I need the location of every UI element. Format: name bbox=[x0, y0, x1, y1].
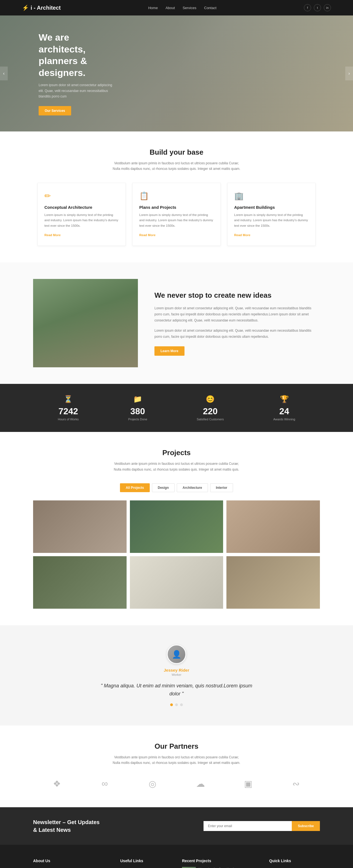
hero-title: We are architects, planners & designers. bbox=[39, 31, 116, 79]
stat-awards: 🏆 24 Awards Winning bbox=[273, 395, 295, 421]
projects-section: Projects Vestibulum ante ipsum primis in… bbox=[0, 432, 353, 625]
project-thumb-6[interactable] bbox=[226, 556, 320, 609]
footer-project-1: We are Leading Consulting Agency bbox=[182, 867, 258, 868]
card-conceptual-text: Lorem ipsum is simply dummy text of the … bbox=[44, 212, 119, 229]
dot-3[interactable] bbox=[180, 704, 183, 706]
partners-section: Our Partners Vestibulum ante ipsum primi… bbox=[0, 725, 353, 807]
stat-awards-label: Awards Winning bbox=[273, 417, 295, 421]
logo-icon: ⚡ bbox=[22, 4, 29, 11]
stat-hours-icon: ⏳ bbox=[58, 395, 79, 403]
partners-logos: ❖ ∞ ◎ ☁ ▣ ∾ bbox=[33, 777, 320, 791]
partner-logo-5: ▣ bbox=[239, 777, 258, 791]
filter-design[interactable]: Design bbox=[152, 483, 175, 492]
nav-home[interactable]: Home bbox=[148, 6, 158, 10]
stat-awards-number: 24 bbox=[273, 406, 295, 416]
footer-links-list: Plans and Projects Architecture Apartmen… bbox=[120, 867, 171, 868]
project-thumb-3[interactable] bbox=[226, 500, 320, 553]
card-conceptual-title: Conceptual Architecture bbox=[44, 205, 119, 210]
filter-architecture[interactable]: Architecture bbox=[177, 483, 208, 492]
footer-project-img-1 bbox=[182, 867, 196, 868]
footer-project-text-1: We are Leading Consulting Agency bbox=[199, 867, 242, 868]
footer-quick-links-list: Home About Services Blog Contact bbox=[269, 867, 320, 868]
hero-next-button[interactable]: › bbox=[345, 67, 353, 81]
stat-awards-icon: 🏆 bbox=[273, 395, 295, 403]
navbar: ⚡ i - Architect Home About Services Cont… bbox=[0, 0, 353, 16]
project-thumb-2[interactable] bbox=[130, 500, 223, 553]
partner-logo-4: ☁ bbox=[191, 777, 210, 791]
stat-customers-number: 220 bbox=[197, 406, 224, 416]
filter-interior[interactable]: Interior bbox=[210, 483, 233, 492]
card-plans-link[interactable]: Read More bbox=[139, 234, 155, 237]
nav-about[interactable]: About bbox=[166, 6, 175, 10]
newsletter-section: Newsletter – Get Updates & Latest News S… bbox=[0, 807, 353, 845]
card-plans: 📋 Plans and Projects Lorem ipsum is simp… bbox=[132, 183, 221, 246]
footer-useful-title: Useful Links bbox=[120, 859, 171, 863]
stat-hours-label: Hours of Works bbox=[58, 417, 79, 421]
footer-useful-links: Useful Links Plans and Projects Architec… bbox=[120, 859, 171, 868]
footer-quick-title: Quick Links bbox=[269, 859, 320, 863]
build-base-subtitle: Vestibulum ante ipsum primis in faucibus… bbox=[110, 160, 243, 172]
card-conceptual-link[interactable]: Read More bbox=[44, 234, 61, 237]
nav-contact[interactable]: Contact bbox=[204, 6, 216, 10]
card-apartment-icon: 🏢 bbox=[234, 191, 309, 200]
partners-title: Our Partners bbox=[33, 742, 320, 751]
hero-cta-button[interactable]: Our Services bbox=[39, 106, 71, 116]
card-plans-icon: 📋 bbox=[139, 191, 214, 200]
project-thumb-1[interactable] bbox=[33, 500, 127, 553]
nav-services[interactable]: Services bbox=[183, 6, 197, 10]
project-filter-tabs: All Projects Design Architecture Interio… bbox=[33, 483, 320, 492]
project-thumb-4[interactable] bbox=[33, 556, 127, 609]
card-apartment-title: Apartment Buildings bbox=[234, 205, 309, 210]
ideas-content: We never stop to create new ideas Lorem … bbox=[154, 291, 320, 356]
nav-social-tw[interactable]: t bbox=[314, 4, 321, 11]
newsletter-input[interactable] bbox=[204, 821, 292, 831]
footer-about-text: Vestibulum ante ipsum primis in faucibus… bbox=[33, 867, 109, 868]
avatar-icon: 👤 bbox=[172, 650, 181, 659]
ideas-image-overlay bbox=[33, 279, 138, 367]
cards-row: ✏ Conceptual Architecture Lorem ipsum is… bbox=[33, 183, 320, 246]
footer-quick-links: Quick Links Home About Services Blog Con… bbox=[269, 859, 320, 868]
stat-hours: ⏳ 7242 Hours of Works bbox=[58, 395, 79, 421]
footer-grid: About Us Vestibulum ante ipsum primis in… bbox=[33, 859, 320, 868]
stat-customers-icon: 😊 bbox=[197, 395, 224, 403]
stat-customers: 😊 220 Satisfied Customers bbox=[197, 395, 224, 421]
partner-logo-2: ∞ bbox=[95, 777, 114, 791]
dot-2[interactable] bbox=[175, 704, 178, 706]
nav-social-in[interactable]: in bbox=[324, 4, 331, 11]
ideas-title: We never stop to create new ideas bbox=[154, 291, 320, 300]
footer-recent-projects: Recent Projects We are Leading Consultin… bbox=[182, 859, 258, 868]
hero-content: We are architects, planners & designers.… bbox=[0, 31, 154, 115]
newsletter-submit-button[interactable]: Subscribe bbox=[292, 821, 320, 831]
card-apartment-text: Lorem ipsum is simply dummy text of the … bbox=[234, 212, 309, 229]
partner-logo-3: ◎ bbox=[143, 777, 162, 791]
dot-1[interactable] bbox=[170, 704, 173, 706]
project-thumb-5[interactable] bbox=[130, 556, 223, 609]
card-plans-title: Plans and Projects bbox=[139, 205, 214, 210]
ideas-text-1: Lorem ipsum dolor sit amet consectetur a… bbox=[154, 305, 320, 323]
hero-prev-button[interactable]: ‹ bbox=[0, 67, 8, 81]
build-base-section: Build your base Vestibulum ante ipsum pr… bbox=[0, 131, 353, 262]
ideas-learn-button[interactable]: Learn More bbox=[154, 346, 184, 356]
projects-title: Projects bbox=[33, 448, 320, 457]
stat-customers-label: Satisfied Customers bbox=[197, 417, 224, 421]
hero-section: ‹ We are architects, planners & designer… bbox=[0, 16, 353, 131]
stat-projects-number: 380 bbox=[128, 406, 147, 416]
logo-text: i - Architect bbox=[31, 5, 61, 11]
stat-hours-number: 7242 bbox=[58, 406, 79, 416]
build-base-title: Build your base bbox=[33, 148, 320, 157]
nav-links: Home About Services Contact bbox=[148, 6, 216, 10]
stats-section: ⏳ 7242 Hours of Works 📁 380 Projects Don… bbox=[0, 384, 353, 432]
newsletter-title: Newsletter – Get Updates & Latest News bbox=[33, 818, 105, 834]
partners-subtitle: Vestibulum ante ipsum primis in faucibus… bbox=[110, 754, 243, 766]
card-apartment-link[interactable]: Read More bbox=[234, 234, 250, 237]
filter-all[interactable]: All Projects bbox=[120, 483, 150, 492]
stat-projects-icon: 📁 bbox=[128, 395, 147, 403]
ideas-image bbox=[33, 279, 138, 367]
nav-social-fb[interactable]: f bbox=[304, 4, 311, 11]
card-conceptual: ✏ Conceptual Architecture Lorem ipsum is… bbox=[37, 183, 126, 246]
ideas-section: We never stop to create new ideas Lorem … bbox=[0, 262, 353, 384]
testimonial-name: Jessey Rider bbox=[33, 668, 320, 673]
nav-logo: ⚡ i - Architect bbox=[22, 4, 61, 11]
nav-social: f t in bbox=[304, 4, 331, 11]
testimonial-quote: " Magna aliqua. Ut enim ad minim veniam,… bbox=[97, 682, 256, 698]
